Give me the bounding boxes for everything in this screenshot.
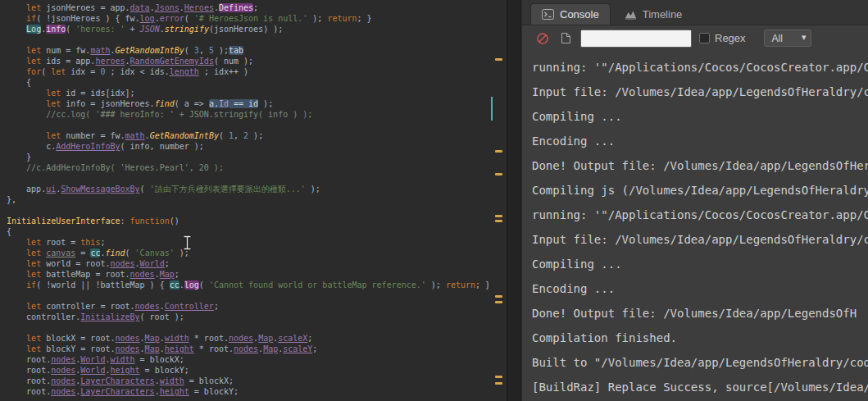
console-log-line: Compiling ... <box>532 252 868 276</box>
code-token: : <box>120 216 130 226</box>
code-token: LayerCharacters <box>80 376 154 385</box>
code-token: let <box>26 248 41 257</box>
code-token: a. <box>209 99 219 108</box>
log-level-dropdown[interactable]: All ▾ <box>764 30 811 47</box>
code-editor-pane[interactable]: let jsonHeroes = app.data.Jsons.Heroes.D… <box>0 0 489 401</box>
code-line[interactable] <box>7 205 489 216</box>
code-line[interactable]: } <box>7 152 489 162</box>
code-token: Defines <box>219 3 253 12</box>
code-token: width <box>160 376 184 385</box>
code-line[interactable]: if( !jsonHeroes ) { fw.log.error( '# Her… <box>7 13 489 24</box>
code-token <box>7 270 26 279</box>
code-line[interactable]: //c.AddHeroInfoBy( 'Heroes.Pearl', 20 ); <box>7 162 489 173</box>
code-token: World <box>140 259 165 268</box>
code-line[interactable]: root.nodes.World.width = blockX; <box>7 354 489 365</box>
code-editor[interactable]: let jsonHeroes = app.data.Jsons.Heroes.D… <box>0 0 489 397</box>
code-line[interactable]: root.nodes.World.height = blockY; <box>7 365 489 376</box>
code-line[interactable] <box>7 322 489 333</box>
code-token: width <box>165 334 189 343</box>
code-token: root. <box>7 355 51 364</box>
code-token: nodes <box>234 344 258 353</box>
code-token: ; <box>253 3 258 12</box>
code-token: battleMap = root. <box>41 270 130 279</box>
code-token: ( !world || !battleMap ) { <box>36 280 170 289</box>
code-token: Id <box>219 99 229 108</box>
code-line[interactable]: let canvas = cc.find( 'Canvas' ); <box>7 248 489 258</box>
code-line[interactable]: c.AddHeroInfoBy( info, number ); <box>7 141 489 152</box>
code-token: controller = root. <box>41 302 134 311</box>
regex-checkbox[interactable] <box>699 33 710 43</box>
code-line[interactable]: }, <box>7 194 489 205</box>
stripe-marker[interactable] <box>495 382 502 385</box>
code-line[interactable]: let blockX = root.nodes.Map.width * root… <box>7 333 489 344</box>
code-token: ); <box>258 99 273 108</box>
code-token: ( info, number ); <box>120 142 204 151</box>
clear-console-button[interactable] <box>534 30 551 47</box>
code-token: info = jsonHeroes. <box>61 99 154 108</box>
stripe-marker[interactable] <box>495 376 502 378</box>
tab-timeline[interactable]: Timeline <box>614 3 693 25</box>
code-token: (jsonHeroes) ); <box>209 25 283 34</box>
stripe-scroll-thumb[interactable] <box>491 97 493 121</box>
tab-console[interactable]: Console <box>530 3 611 25</box>
console-output[interactable]: running: '"/Applications/Cocos/CocosCrea… <box>522 51 868 401</box>
code-line[interactable]: let number = fw.math.GetRandomIntBy( 1, … <box>7 130 489 141</box>
code-line[interactable]: let root = this; <box>7 237 489 248</box>
code-token: = <box>75 248 90 257</box>
code-line[interactable]: Log.info( 'heroes: ' + JSON.stringify(js… <box>7 24 489 34</box>
stripe-marker[interactable] <box>495 220 502 222</box>
code-line[interactable]: let num = fw.math.GetRandomIntBy( 3, 5 )… <box>7 45 489 56</box>
stripe-marker[interactable] <box>495 150 502 153</box>
code-line[interactable]: root.nodes.LayerCharacters.height = bloc… <box>7 386 489 397</box>
code-token: ); <box>426 280 446 289</box>
code-line[interactable] <box>7 173 489 184</box>
code-line[interactable]: app.ui.ShowMessageBoxBy( '請由下方兵種列表選擇要派出的… <box>7 184 489 194</box>
code-line[interactable]: let info = jsonHeroes.find( a => a.Id ==… <box>7 98 489 109</box>
code-token: let <box>46 131 61 140</box>
stripe-marker[interactable] <box>495 173 502 175</box>
code-token: math <box>90 46 110 55</box>
stripe-marker[interactable] <box>495 301 502 303</box>
stripe-marker[interactable] <box>495 58 502 61</box>
code-line[interactable]: for( let idx = 0 ; idx < ids.length ; id… <box>7 66 489 77</box>
stripe-marker[interactable] <box>495 295 502 298</box>
code-line[interactable] <box>7 290 489 301</box>
console-log-line: running: '"/Applications/Cocos/CocosCrea… <box>532 203 868 227</box>
code-line[interactable]: let jsonHeroes = app.data.Jsons.Heroes.D… <box>7 2 489 13</box>
code-line[interactable]: let world = root.nodes.World; <box>7 258 489 269</box>
code-token <box>7 248 26 257</box>
code-line[interactable]: let id = ids[idx]; <box>7 88 489 98</box>
code-line[interactable]: { <box>7 77 489 88</box>
code-token: RandomGetEnemyIds <box>130 57 214 66</box>
code-line[interactable]: { <box>7 226 489 237</box>
stripe-marker[interactable] <box>495 215 502 217</box>
code-token: Map <box>145 334 160 343</box>
console-panel: Console Timeline Regex All <box>521 0 868 401</box>
code-token: this <box>80 238 100 247</box>
code-line[interactable] <box>7 34 489 45</box>
code-token <box>7 334 26 343</box>
code-line[interactable]: let battleMap = root.nodes.Map; <box>7 269 489 280</box>
code-line[interactable]: root.nodes.LayerCharacters.width = block… <box>7 376 489 386</box>
code-token: InitializeBy <box>80 312 139 321</box>
code-token: //c.AddHeroInfoBy( 'Heroes.Pearl', 20 ); <box>7 163 224 172</box>
code-line[interactable] <box>7 120 489 130</box>
code-line[interactable]: let blockY = root.nodes.Map.height * roo… <box>7 344 489 354</box>
code-token: return <box>327 14 357 23</box>
code-token: cc <box>90 248 100 257</box>
code-token: { <box>7 227 11 236</box>
code-line[interactable]: if( !world || !battleMap ) { cc.log( 'Ca… <box>7 280 489 290</box>
code-token: cc <box>170 280 180 289</box>
code-token: LayerCharacters <box>80 387 154 396</box>
console-search-input[interactable] <box>580 30 692 48</box>
code-token: let <box>26 3 41 12</box>
code-line[interactable]: InitializeUserInterface: function() <box>7 216 489 226</box>
code-token: + <box>125 25 140 34</box>
code-line[interactable]: let ids = app.heroes.RandomGetEnemyIds( … <box>7 56 489 66</box>
code-line[interactable]: controller.InitializeBy( root ); <box>7 312 489 322</box>
code-token: num = fw. <box>41 46 90 55</box>
open-log-button[interactable] <box>557 30 574 47</box>
editor-scroll-stripe[interactable] <box>489 0 507 401</box>
code-line[interactable]: //cc.log( '### heroInfo: ' + JSON.string… <box>7 109 489 120</box>
code-line[interactable]: let controller = root.nodes.Controller; <box>7 301 489 312</box>
